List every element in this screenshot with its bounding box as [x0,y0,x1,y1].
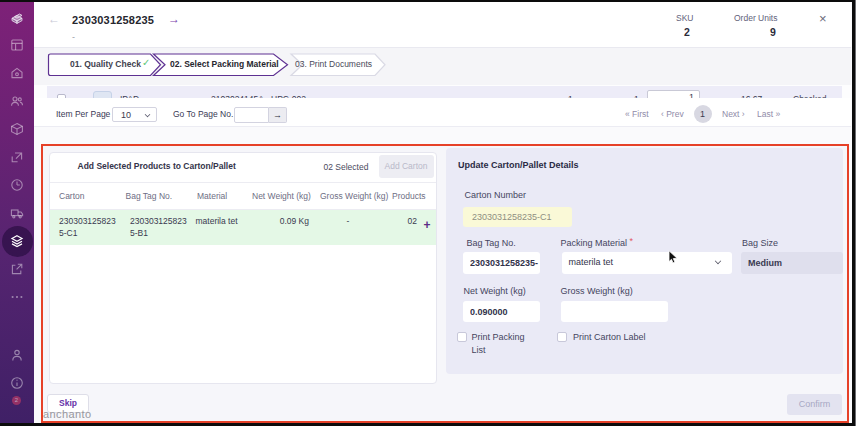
item-per-page-select[interactable]: 10 [112,107,157,122]
gross-weight-label: Gross Weight (kg) [561,286,633,296]
window-border-top [0,0,856,2]
pagination-last[interactable]: Last » [757,109,780,119]
packing-material-select[interactable]: materila tet [562,252,732,274]
history-icon[interactable] [9,177,25,193]
gross-weight-cell: - [320,216,376,228]
account-icon[interactable] [9,347,25,363]
info-icon[interactable] [9,375,25,391]
product-table-row: IPAD 2103024145A - UPC-002 1 1 16.67 Che… [47,86,842,99]
confirm-button[interactable]: Confirm [787,394,842,415]
title-subtext: - [72,32,75,42]
bag-tag-label: Bag Tag No. [467,238,516,248]
notification-badge: 2 [12,396,21,405]
print-carton-label-checkbox[interactable] [557,332,567,342]
carton-number-label: Carton Number [465,190,527,200]
page-title: 2303031258235 [72,14,154,26]
more-icon[interactable] [9,289,25,305]
bag-size-label: Bag Size [742,238,778,248]
col-gross-weight: Gross Weight (kg) [320,191,388,201]
material-cell: materila tet [196,216,238,228]
header: ← 2303031258235 → - SKU 2 Order Units 9 … [34,2,851,48]
users-icon[interactable] [9,93,25,109]
details-panel: Update Carton/Pallet Details Carton Numb… [446,148,843,374]
close-icon[interactable]: × [819,12,827,25]
step-1-quality-check[interactable]: 01. Quality Check [70,59,141,69]
pagination-prev[interactable]: ‹ Prev [661,109,684,119]
step-3-print-documents[interactable]: 03. Print Documents [295,59,372,69]
products-icon[interactable] [9,121,25,137]
bag-tag-cell: 2303031258235-B1 [130,216,188,239]
back-arrow-icon[interactable]: ← [48,12,60,26]
sku-value: 2 [684,26,690,38]
required-asterisk: * [630,236,634,246]
item-per-page-value: 10 [121,110,131,120]
print-packing-list-checkbox[interactable] [457,332,467,342]
carton-panel-title: Add Selected Products to Carton/Pallet [78,161,236,171]
item-per-page-label: Item Per Page [56,109,110,119]
mouse-cursor [668,250,680,266]
bag-size-field: Medium [741,252,843,274]
chevron-down-icon [714,258,720,264]
anchanto-logo-icon [9,10,25,26]
forward-arrow-icon[interactable]: → [168,12,180,26]
net-weight-cell: 0.09 Kg [252,216,309,228]
chevron-down-icon [145,111,151,117]
step-2-select-packing-material[interactable]: 02. Select Packing Material [170,59,279,69]
order-units-value: 9 [770,26,776,38]
carton-row[interactable]: 2303031258235-C1 2303031258235-B1 materi… [50,210,437,245]
step-1-check-icon: ✓ [142,57,150,68]
carton-cell: 2303031258235-C1 [59,216,117,239]
dashboard-icon[interactable] [9,37,25,53]
sku-label: SKU [676,13,693,23]
col-products: Products [392,191,426,201]
goto-page-label: Go To Page No. [173,109,233,119]
packing-icon[interactable] [9,233,25,249]
carton-panel: Add Selected Products to Carton/Pallet 0… [49,152,438,384]
anchanto-watermark: anchanto [43,408,91,420]
sidebar: 2 [0,0,34,426]
goto-page-input[interactable] [234,107,269,123]
net-weight-label: Net Weight (kg) [464,286,526,296]
delivery-icon[interactable] [9,205,25,221]
pagination-next[interactable]: Next › [722,109,745,119]
app-window: 2 ← 2303031258235 → - SKU 2 Order Units … [0,0,856,426]
expand-row-icon[interactable]: + [424,218,431,232]
selected-count: 02 Selected [324,162,369,172]
gross-weight-input[interactable] [561,301,668,322]
carton-number-input[interactable] [463,207,572,227]
details-panel-title: Update Carton/Pallet Details [458,160,579,170]
pagination-current-page[interactable]: 1 [694,105,712,123]
packing-material-label: Packing Material * [561,238,634,248]
product-thumbnail [93,91,112,99]
net-weight-input[interactable] [463,301,540,322]
col-bag-tag: Bag Tag No. [126,191,173,201]
bag-tag-input[interactable] [463,252,540,274]
add-carton-button[interactable]: Add Carton [379,155,434,178]
order-units-label: Order Units [734,13,777,23]
col-carton: Carton [59,191,85,201]
qty-input[interactable] [647,90,700,99]
packing-material-value: materila tet [569,257,614,267]
warehouse-icon[interactable] [9,65,25,81]
inbound-icon[interactable] [9,149,25,165]
products-cell: 02 [392,216,417,228]
external-link-icon[interactable] [9,261,25,277]
pagination-first[interactable]: « First [625,109,649,119]
print-carton-label-label: Print Carton Label [573,331,646,344]
pagination-bar: Item Per Page 10 Go To Page No. → « Firs… [34,98,851,127]
col-net-weight: Net Weight (kg) [252,191,311,201]
goto-page-button[interactable]: → [269,107,287,123]
divider [50,182,437,183]
col-material: Material [197,191,227,201]
print-packing-list-label: Print Packing List [472,331,530,356]
